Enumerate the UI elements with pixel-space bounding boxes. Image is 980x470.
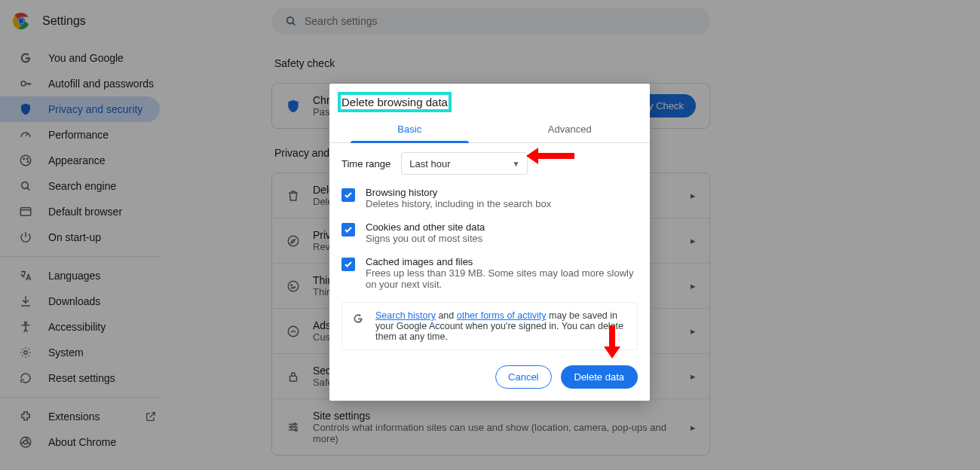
checkbox-browsing-history[interactable] bbox=[341, 188, 355, 202]
option-desc: Signs you out of most sites bbox=[366, 233, 485, 244]
option-desc: Frees up less than 319 MB. Some sites ma… bbox=[366, 267, 638, 290]
tab-basic[interactable]: Basic bbox=[329, 116, 490, 142]
delete-browsing-data-dialog: Delete browsing data Basic Advanced Time… bbox=[329, 84, 650, 401]
time-range-value: Last hour bbox=[409, 158, 450, 169]
option-title: Cookies and other site data bbox=[366, 221, 485, 233]
checkbox-cookies[interactable] bbox=[341, 223, 355, 237]
link-search-history[interactable]: Search history bbox=[375, 310, 436, 321]
option-cached: Cached images and filesFrees up less tha… bbox=[341, 252, 638, 298]
time-range-select[interactable]: Last hour ▼ bbox=[401, 152, 528, 175]
delete-data-button[interactable]: Delete data bbox=[561, 365, 639, 389]
option-desc: Deletes history, including in the search… bbox=[366, 198, 551, 209]
option-browsing-history: Browsing historyDeletes history, includi… bbox=[341, 182, 638, 217]
annotation-arrow-delete-button bbox=[609, 325, 615, 348]
option-cookies: Cookies and other site dataSigns you out… bbox=[341, 217, 638, 252]
option-title: Browsing history bbox=[366, 187, 551, 198]
annotation-arrow-time-range bbox=[537, 153, 574, 159]
info-text: Search history and other forms of activi… bbox=[375, 310, 628, 342]
option-title: Cached images and files bbox=[366, 256, 638, 267]
google-g-icon bbox=[351, 312, 365, 325]
google-account-info: Search history and other forms of activi… bbox=[341, 302, 638, 350]
link-other-activity[interactable]: other forms of activity bbox=[457, 310, 547, 321]
checkbox-cached[interactable] bbox=[341, 258, 355, 271]
dialog-tabs: Basic Advanced bbox=[329, 116, 650, 143]
cancel-button[interactable]: Cancel bbox=[495, 365, 551, 389]
dialog-title: Delete browsing data bbox=[341, 96, 448, 108]
time-range-label: Time range bbox=[341, 158, 390, 169]
tab-advanced[interactable]: Advanced bbox=[490, 116, 651, 142]
chevron-down-icon: ▼ bbox=[512, 160, 519, 168]
